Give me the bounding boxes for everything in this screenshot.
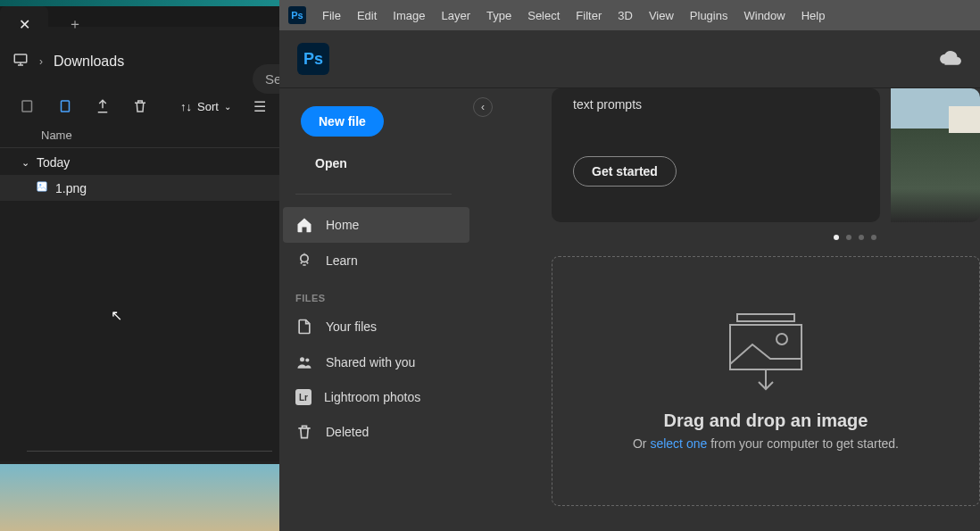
sort-icon: ↑↓ [180, 100, 192, 113]
window-accent [0, 0, 279, 6]
promo-row: text prompts Get started [552, 88, 980, 222]
menu-edit[interactable]: Edit [350, 5, 384, 26]
chevron-down-icon: ⌄ [224, 102, 231, 112]
preview-thumbnail [0, 461, 279, 531]
file-name: 1.png [55, 181, 87, 195]
explorer-toolbar: ↑↓ Sort ⌄ ☰ [0, 87, 279, 123]
app-header: Ps [279, 30, 980, 88]
menu-select[interactable]: Select [520, 5, 567, 26]
svg-rect-0 [14, 54, 27, 62]
menu-file[interactable]: File [315, 5, 348, 26]
select-one-link[interactable]: select one [650, 436, 707, 451]
nav-shared[interactable]: Shared with you [279, 344, 473, 380]
drop-rest: from your computer to get started. [707, 436, 899, 451]
home-main: ‹ text prompts Get started [473, 88, 980, 531]
section-files-label: FILES [279, 278, 473, 309]
dot-2[interactable] [846, 235, 851, 240]
group-label: Today [37, 155, 70, 170]
image-file-icon [36, 180, 48, 195]
menu-icon[interactable]: ☰ [253, 98, 267, 114]
close-icon: ✕ [19, 16, 30, 33]
collapse-panel-button[interactable]: ‹ [473, 97, 493, 117]
people-icon [295, 353, 313, 371]
nav-deleted[interactable]: Deleted [279, 414, 473, 450]
menu-image[interactable]: Image [386, 5, 432, 26]
breadcrumb-current: Downloads [54, 54, 124, 70]
new-file-button[interactable]: New file [301, 106, 384, 137]
nav-your-files-label: Your files [326, 319, 377, 334]
breadcrumb[interactable]: › Downloads [0, 43, 279, 80]
svg-point-13 [777, 334, 787, 344]
search-input[interactable]: Sea [253, 64, 279, 94]
svg-point-10 [305, 358, 309, 361]
sort-button[interactable]: ↑↓ Sort ⌄ [180, 100, 231, 113]
dot-4[interactable] [871, 235, 876, 240]
chevron-right-icon: › [39, 55, 43, 68]
get-started-button[interactable]: Get started [573, 156, 677, 187]
nav-lightroom-label: Lightroom photos [324, 390, 420, 404]
share-icon[interactable] [95, 98, 111, 114]
svg-point-7 [39, 184, 41, 186]
drop-image-icon [721, 312, 810, 393]
nav-deleted-label: Deleted [326, 425, 369, 439]
cloud-icon[interactable] [939, 46, 962, 72]
svg-rect-3 [22, 101, 32, 112]
monitor-icon [12, 52, 29, 71]
chevron-left-icon: ‹ [481, 101, 485, 113]
open-button[interactable]: Open [297, 149, 365, 178]
menu-help[interactable]: Help [794, 5, 833, 26]
lightbulb-icon [295, 252, 313, 270]
divider [295, 194, 452, 195]
svg-point-8 [301, 254, 308, 261]
photoshop-window: Ps File Edit Image Layer Type Select Fil… [279, 0, 980, 531]
home-sidebar: New file Open Home Learn FILES Your file… [279, 88, 473, 531]
trash-icon[interactable] [132, 98, 148, 114]
menu-bar: Ps File Edit Image Layer Type Select Fil… [279, 0, 980, 30]
explorer-tab-close[interactable]: ✕ [0, 6, 48, 42]
menu-plugins[interactable]: Plugins [683, 5, 735, 26]
svg-point-9 [300, 357, 304, 361]
promo-text: text prompts [573, 97, 859, 112]
ps-logo-icon[interactable]: Ps [288, 6, 306, 24]
group-today[interactable]: ⌄ Today [0, 148, 279, 175]
carousel-dots[interactable] [730, 235, 980, 240]
plus-icon: ＋ [68, 15, 82, 34]
lightroom-icon: Lr [295, 389, 311, 405]
trash-icon [295, 423, 313, 441]
sort-label: Sort [197, 100, 219, 113]
svg-rect-12 [730, 325, 801, 369]
menu-layer[interactable]: Layer [435, 5, 478, 26]
drop-subtitle: Or select one from your computer to get … [633, 436, 899, 451]
ps-logo-large-icon[interactable]: Ps [297, 43, 329, 75]
column-header-name[interactable]: Name [0, 123, 279, 148]
menu-window[interactable]: Window [736, 5, 792, 26]
home-icon [295, 216, 313, 234]
nav-lightroom[interactable]: Lr Lightroom photos [279, 380, 473, 414]
new-tab-button[interactable]: ＋ [57, 6, 93, 42]
menu-type[interactable]: Type [479, 5, 519, 26]
svg-rect-4 [62, 101, 70, 112]
promo-image [891, 88, 980, 222]
dot-1[interactable] [834, 235, 839, 240]
nav-shared-label: Shared with you [326, 355, 415, 369]
chevron-down-icon: ⌄ [21, 157, 29, 169]
menu-filter[interactable]: Filter [569, 5, 609, 26]
nav-learn[interactable]: Learn [279, 243, 473, 278]
copy-icon[interactable] [57, 98, 73, 114]
nav-home-label: Home [326, 218, 359, 232]
dot-3[interactable] [859, 235, 864, 240]
drop-zone[interactable]: Drag and drop an image Or select one fro… [552, 256, 980, 506]
nav-home[interactable]: Home [283, 207, 469, 243]
explorer-tab-strip: ✕ ＋ [0, 6, 279, 27]
menu-3d[interactable]: 3D [610, 5, 640, 26]
drop-title: Drag and drop an image [664, 411, 868, 431]
file-icon [295, 318, 313, 336]
file-explorer-window: ✕ ＋ › Downloads Sea ↑↓ Sort ⌄ ☰ Name ⌄ T… [0, 0, 279, 531]
new-folder-icon[interactable] [20, 98, 36, 114]
svg-rect-11 [737, 314, 794, 321]
menu-view[interactable]: View [642, 5, 681, 26]
svg-rect-5 [37, 182, 47, 192]
nav-learn-label: Learn [326, 253, 358, 268]
nav-your-files[interactable]: Your files [279, 309, 473, 344]
file-row[interactable]: 1.png [0, 175, 279, 201]
